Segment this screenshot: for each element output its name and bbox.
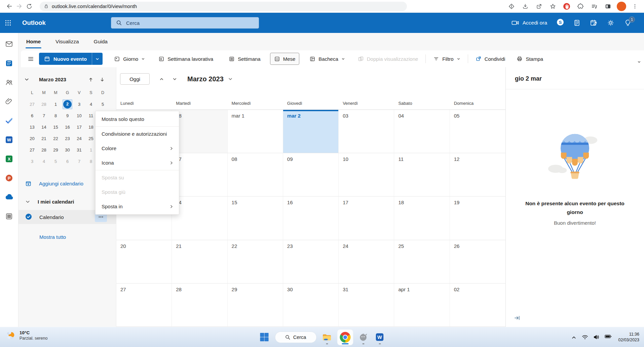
word-taskbar-button[interactable]: W bbox=[374, 330, 386, 345]
extensions-puzzle-icon[interactable] bbox=[575, 1, 585, 11]
calendar-day-cell[interactable]: 20 bbox=[116, 240, 172, 284]
calendar-day-cell[interactable]: 10 bbox=[339, 153, 394, 197]
mini-calendar-day[interactable]: 28 bbox=[38, 98, 50, 110]
mini-calendar-day[interactable]: 29 bbox=[50, 144, 62, 156]
calendar-day-cell[interactable]: 05 bbox=[450, 110, 505, 153]
taskbar-weather-widget[interactable]: 10°C Parzial. sereno bbox=[6, 330, 47, 341]
attachments-paperclip-icon[interactable] bbox=[5, 97, 13, 106]
calendar-day-cell[interactable]: 28 bbox=[172, 284, 227, 327]
mini-calendar-day[interactable]: 21 bbox=[38, 133, 50, 144]
context-menu-item[interactable]: Sposta in bbox=[96, 199, 179, 214]
calendar-day-cell[interactable]: 27 bbox=[116, 284, 172, 327]
context-menu-item[interactable]: Condivisione e autorizzazioni bbox=[96, 127, 179, 141]
mini-calendar-day[interactable]: 14 bbox=[38, 121, 50, 133]
side-panel-icon[interactable] bbox=[603, 1, 613, 11]
settings-gear-icon[interactable] bbox=[607, 19, 615, 27]
calendar-day-cell[interactable]: 17 bbox=[339, 197, 394, 240]
people-icon[interactable] bbox=[5, 78, 13, 87]
chrome-button[interactable] bbox=[337, 330, 353, 345]
calendar-day-cell[interactable]: 19 bbox=[450, 197, 505, 240]
mail-icon[interactable] bbox=[5, 40, 13, 48]
calendar-day-cell[interactable]: 09 bbox=[283, 153, 339, 197]
tab-visualizza[interactable]: Visualizza bbox=[55, 33, 79, 50]
view-day-button[interactable]: Giorno bbox=[110, 53, 149, 65]
meet-now-signin-button[interactable]: Accedi ora bbox=[511, 19, 547, 27]
hamburger-menu-icon[interactable] bbox=[25, 53, 36, 64]
prev-month-chevron-icon[interactable] bbox=[159, 73, 164, 85]
calendar-day-cell[interactable]: 18 bbox=[394, 197, 450, 240]
calendar-day-cell[interactable]: 03 bbox=[339, 110, 394, 153]
file-explorer-button[interactable] bbox=[321, 330, 333, 345]
calendar-day-cell[interactable]: 26 bbox=[450, 240, 505, 284]
calendar-day-cell[interactable]: 04 bbox=[394, 110, 450, 153]
mini-calendar-day[interactable]: 3 bbox=[73, 98, 85, 110]
mini-calendar-day[interactable]: 10 bbox=[73, 110, 85, 121]
mini-calendar-day[interactable]: 7 bbox=[73, 156, 85, 167]
share-icon[interactable] bbox=[534, 1, 544, 11]
mini-calendar-day[interactable]: 8 bbox=[50, 110, 62, 121]
mini-calendar-day[interactable]: 3 bbox=[26, 156, 38, 167]
mini-calendar-day[interactable]: 1 bbox=[50, 98, 62, 110]
next-month-chevron-icon[interactable] bbox=[172, 73, 177, 85]
mini-calendar-day[interactable]: 9 bbox=[62, 110, 73, 121]
calendar-day-cell[interactable]: 08 bbox=[228, 153, 283, 197]
mini-calendar-day[interactable]: 27 bbox=[26, 98, 38, 110]
calendar-day-cell[interactable]: 07 bbox=[172, 153, 227, 197]
mini-calendar-day[interactable]: 16 bbox=[62, 121, 73, 133]
calendar-day-cell[interactable]: 14 bbox=[172, 197, 227, 240]
calendar-day-cell[interactable]: 30 bbox=[283, 284, 339, 327]
mini-calendar-day[interactable]: 6 bbox=[26, 110, 38, 121]
calendar-day-cell[interactable]: mar 1 bbox=[228, 110, 283, 153]
calendar-day-cell[interactable]: 29 bbox=[228, 284, 283, 327]
address-bar[interactable]: outlook.live.com/calendar/0/view/month bbox=[40, 2, 407, 11]
mini-calendar-day[interactable]: 5 bbox=[50, 156, 62, 167]
calendar-day-cell[interactable]: mar 2 bbox=[283, 110, 339, 153]
mini-calendar-day[interactable]: 4 bbox=[85, 98, 97, 110]
calendar-day-cell[interactable]: 25 bbox=[394, 240, 450, 284]
calendar-pen-icon[interactable] bbox=[590, 19, 598, 27]
calendar-day-cell[interactable]: 24 bbox=[339, 240, 394, 284]
more-apps-icon[interactable] bbox=[5, 212, 13, 221]
mini-calendar-day[interactable]: 27 bbox=[26, 144, 38, 156]
mini-calendar-next-arrow-icon[interactable] bbox=[100, 77, 105, 82]
mini-calendar-day[interactable]: 22 bbox=[50, 133, 62, 144]
calendar-day-cell[interactable]: 28 bbox=[172, 110, 227, 153]
onedrive-icon[interactable] bbox=[5, 193, 13, 202]
excel-icon[interactable]: X bbox=[5, 155, 13, 163]
calendar-day-cell[interactable]: 21 bbox=[172, 240, 227, 284]
share-calendar-button[interactable]: Condividi bbox=[471, 53, 509, 65]
mini-calendar-day[interactable]: 17 bbox=[73, 121, 85, 133]
tab-guida[interactable]: Guida bbox=[94, 33, 108, 50]
today-button[interactable]: Oggi bbox=[120, 73, 150, 85]
browser-menu-kebab-icon[interactable] bbox=[630, 1, 640, 11]
battery-icon[interactable] bbox=[605, 334, 612, 340]
wifi-icon[interactable] bbox=[582, 334, 588, 340]
mini-calendar-day[interactable]: 28 bbox=[38, 144, 50, 156]
taskbar-clock[interactable]: 11:36 02/03/2023 bbox=[618, 332, 639, 343]
download-icon[interactable] bbox=[520, 1, 530, 11]
mini-calendar-collapse-chevron-icon[interactable] bbox=[24, 77, 29, 82]
calendar-day-cell[interactable]: 11 bbox=[394, 153, 450, 197]
view-work-week-button[interactable]: Settimana lavorativa bbox=[154, 53, 217, 65]
profile-avatar[interactable] bbox=[617, 2, 626, 11]
reload-icon[interactable] bbox=[24, 1, 34, 11]
mini-calendar-day[interactable]: 30 bbox=[62, 144, 73, 156]
new-event-button[interactable]: Nuovo evento bbox=[39, 53, 103, 65]
mini-calendar-day[interactable]: 20 bbox=[26, 133, 38, 144]
search-input[interactable]: Cerca bbox=[111, 17, 259, 29]
open-day-view-dock-icon[interactable] bbox=[514, 315, 520, 321]
print-button[interactable]: Stampa bbox=[513, 53, 547, 65]
view-week-button[interactable]: Settimana bbox=[225, 53, 265, 65]
gimp-button[interactable] bbox=[357, 330, 369, 345]
calendar-day-cell[interactable]: 15 bbox=[228, 197, 283, 240]
calendar-day-cell[interactable]: 12 bbox=[450, 153, 505, 197]
collapse-ribbon-chevron-icon[interactable] bbox=[637, 60, 641, 64]
calendar-day-cell[interactable]: apr 1 bbox=[394, 284, 450, 327]
mini-calendar-day[interactable]: 13 bbox=[26, 121, 38, 133]
calendar-icon[interactable] bbox=[5, 59, 13, 68]
calendar-day-cell[interactable]: 23 bbox=[283, 240, 339, 284]
mini-calendar-prev-arrow-icon[interactable] bbox=[88, 77, 93, 82]
mini-calendar-title[interactable]: Marzo 2023 bbox=[39, 77, 66, 82]
mini-calendar-day[interactable]: 2 bbox=[63, 99, 72, 109]
app-launcher-waffle-icon[interactable] bbox=[0, 13, 16, 33]
